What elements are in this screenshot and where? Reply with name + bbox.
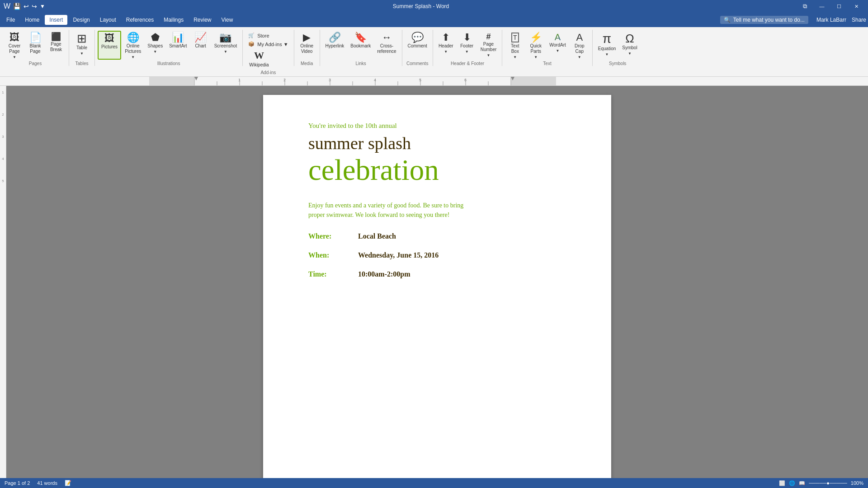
equation-button[interactable]: π Equation ▼	[595, 31, 618, 60]
screenshot-label: Screenshot	[214, 43, 237, 49]
cover-page-button[interactable]: 🖼 CoverPage ▼	[5, 31, 24, 60]
when-value: Wednesday, June 15, 2016	[358, 251, 439, 259]
drop-cap-button[interactable]: A DropCap ▼	[570, 31, 590, 60]
drop-cap-icon: A	[576, 33, 583, 42]
store-button[interactable]: 🛒 Store	[246, 32, 271, 39]
ruler-mark-5: 5	[2, 179, 4, 183]
online-video-label: OnlineVideo	[300, 43, 313, 54]
bookmark-button[interactable]: 🔖 Bookmark	[348, 31, 373, 60]
wordart-button[interactable]: A WordArt ▼	[547, 31, 569, 60]
online-pictures-icon: 🌐	[127, 33, 139, 42]
symbol-button[interactable]: Ω Symbol ▼	[619, 31, 640, 60]
online-pictures-button[interactable]: 🌐 OnlinePictures ▼	[122, 31, 144, 60]
header-button[interactable]: ⬆ Header ▼	[436, 31, 456, 60]
footer-button[interactable]: ⬇ Footer ▼	[457, 31, 477, 60]
chart-button[interactable]: 📈 Chart	[191, 31, 211, 60]
ribbon-group-illustrations: 🖼 Pictures 🌐 OnlinePictures ▼ ⬟ Shapes ▼…	[95, 30, 243, 66]
footer-icon: ⬇	[463, 33, 471, 42]
minimize-button[interactable]: —	[814, 0, 830, 13]
time-value: 10:00am-2:00pm	[358, 270, 410, 278]
layout-read-icon[interactable]: 📖	[799, 480, 805, 486]
menu-insert[interactable]: Insert	[45, 15, 67, 25]
menu-layout[interactable]: Layout	[95, 15, 121, 25]
ribbon-group-pages: 🖼 CoverPage ▼ 📄 BlankPage ⬛ PageBreak Pa…	[2, 30, 69, 66]
restore-down-button[interactable]: ⧉	[797, 0, 813, 13]
addins-group-label: Add-ins	[246, 69, 290, 75]
shapes-button[interactable]: ⬟ Shapes ▼	[145, 31, 165, 60]
ribbon-group-comments: 💬 Comment Comments	[402, 30, 433, 66]
doc-title1: summer splash	[308, 133, 575, 153]
ribbon-group-text: T TextBox ▼ ⚡ QuickParts ▼ A WordArt ▼ A…	[502, 30, 593, 66]
bookmark-label: Bookmark	[350, 43, 371, 49]
document-page: You're invited to the 10th annual summer…	[263, 95, 611, 478]
blank-page-button[interactable]: 📄 BlankPage	[25, 31, 45, 60]
online-video-icon: ▶	[303, 33, 311, 42]
page-break-icon: ⬛	[51, 33, 61, 41]
undo-icon[interactable]: ↩	[24, 3, 29, 10]
pictures-icon: 🖼	[104, 33, 114, 43]
my-addins-button[interactable]: 📦 My Add-ins ▼	[246, 40, 290, 48]
quick-parts-icon: ⚡	[530, 33, 542, 42]
menu-design[interactable]: Design	[68, 15, 94, 25]
smartart-button[interactable]: 📊 SmartArt	[166, 31, 189, 60]
word-logo-icon: W	[4, 2, 10, 10]
media-group-label: Media	[297, 60, 317, 66]
text-group-label: Text	[505, 60, 590, 66]
zoom-slider[interactable]: ─────●─────	[809, 480, 847, 486]
redo-icon[interactable]: ↪	[32, 3, 37, 10]
maximize-button[interactable]: ☐	[831, 0, 847, 13]
table-icon: ⊞	[77, 33, 87, 44]
share-button[interactable]: Share	[852, 17, 866, 23]
menu-view[interactable]: View	[217, 15, 238, 25]
links-group-label: Links	[323, 60, 399, 66]
quick-parts-button[interactable]: ⚡ QuickParts ▼	[526, 31, 546, 60]
screenshot-dropdown: ▼	[224, 50, 227, 54]
status-bar-right: ⬜ 🌐 📖 ─────●───── 100%	[779, 480, 863, 486]
footer-label: Footer	[460, 43, 473, 49]
where-value: Local Beach	[358, 232, 396, 240]
illustrations-group-label: Illustrations	[98, 60, 240, 66]
doc-body: Enjoy fun events and a variety of good f…	[308, 201, 575, 220]
menu-mailings[interactable]: Mailings	[159, 15, 188, 25]
svg-text:6: 6	[464, 78, 467, 82]
svg-text:4: 4	[374, 78, 376, 82]
pictures-button[interactable]: 🖼 Pictures	[98, 31, 121, 60]
text-box-button[interactable]: T TextBox ▼	[505, 31, 525, 60]
layout-print-icon[interactable]: ⬜	[779, 480, 785, 486]
ribbon-group-links: 🔗 Hyperlink 🔖 Bookmark ↔ Cross-reference…	[320, 30, 402, 66]
page-number-dropdown: ▼	[487, 53, 491, 57]
store-icon: 🛒	[248, 33, 255, 38]
close-button[interactable]: ✕	[848, 0, 864, 13]
menu-home[interactable]: Home	[20, 15, 44, 25]
page-info: Page 1 of 2	[5, 480, 30, 486]
text-box-icon: T	[511, 33, 519, 42]
horizontal-ruler: 1 2 3 4 5 6	[0, 77, 868, 86]
menu-references[interactable]: References	[122, 15, 158, 25]
ribbon-group-media: ▶ OnlineVideo Media	[294, 30, 320, 66]
screenshot-button[interactable]: 📷 Screenshot ▼	[212, 31, 240, 60]
wikipedia-button[interactable]: W Wikipedia	[246, 48, 271, 69]
title-bar: W 💾 ↩ ↪ ▼ Summer Splash - Word ⧉ — ☐ ✕	[0, 0, 868, 13]
layout-web-icon[interactable]: 🌐	[789, 480, 795, 486]
menu-search-box[interactable]: 🔍 Tell me what you want to do...	[720, 16, 808, 24]
table-button[interactable]: ⊞ Table ▼	[72, 31, 92, 60]
page-break-label: PageBreak	[50, 42, 62, 52]
comments-group-label: Comments	[405, 60, 430, 66]
blank-page-label: BlankPage	[29, 43, 41, 54]
menu-file[interactable]: File	[2, 15, 19, 25]
customize-icon[interactable]: ▼	[40, 3, 45, 9]
ribbon-group-symbols: π Equation ▼ Ω Symbol ▼ Symbols	[593, 30, 643, 66]
online-video-button[interactable]: ▶ OnlineVideo	[297, 31, 317, 60]
menu-review[interactable]: Review	[189, 15, 216, 25]
page-break-button[interactable]: ⬛ PageBreak	[46, 31, 66, 60]
hyperlink-button[interactable]: 🔗 Hyperlink	[323, 31, 347, 60]
screenshot-icon: 📷	[219, 33, 231, 42]
page-number-button[interactable]: # PageNumber ▼	[478, 31, 500, 60]
save-icon[interactable]: 💾	[13, 3, 21, 10]
cross-reference-button[interactable]: ↔ Cross-reference	[374, 31, 399, 60]
comment-icon: 💬	[411, 33, 424, 42]
when-label: When:	[308, 251, 349, 259]
comment-button[interactable]: 💬 Comment	[405, 31, 430, 60]
zoom-level: 100%	[851, 480, 863, 486]
where-label: Where:	[308, 232, 349, 240]
